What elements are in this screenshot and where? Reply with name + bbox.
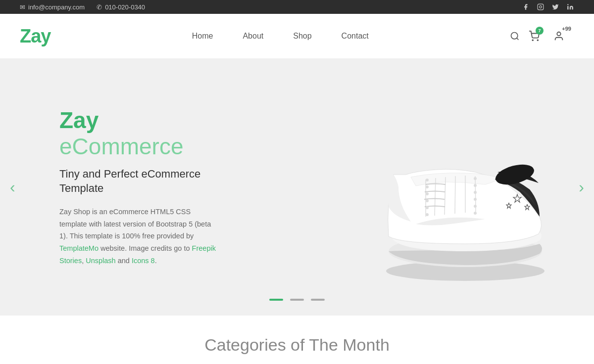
linkedin-icon[interactable]	[566, 3, 574, 11]
nav-link-contact[interactable]: Contact	[342, 32, 369, 40]
svg-point-23	[474, 177, 477, 180]
nav-icons: 7 +99	[510, 31, 574, 42]
nav-links: Home About Shop Contact	[192, 32, 369, 41]
categories-title: Categories of The Month	[20, 335, 574, 355]
hero-desc: Zay Shop is an eCommerce HTML5 CSS templ…	[59, 206, 218, 267]
svg-point-6	[537, 40, 538, 41]
svg-point-5	[532, 40, 533, 41]
svg-point-20	[426, 199, 429, 202]
categories-section: Categories of The Month	[0, 316, 594, 360]
hero-content: Zay eCommerce Tiny and Perfect eCommerce…	[0, 78, 277, 296]
email-info: ✉ info@company.com	[20, 3, 85, 11]
hero-desc-text2: website. Image credits go to	[99, 244, 192, 252]
hero-title: Zay eCommerce	[59, 107, 218, 160]
hero-title-brand: Zay	[59, 107, 99, 133]
social-links	[522, 3, 574, 11]
nav-link-about[interactable]: About	[243, 32, 263, 40]
icons8-link[interactable]: Icons 8	[132, 257, 155, 265]
slider-dots	[269, 299, 325, 301]
email-text: info@company.com	[28, 3, 85, 11]
phone-info: ✆ 010-020-0340	[97, 3, 145, 11]
templatemo-link[interactable]: TemplateMo	[59, 244, 99, 252]
top-bar: ✉ info@company.com ✆ 010-020-0340	[0, 0, 594, 14]
phone-icon: ✆	[97, 3, 102, 11]
facebook-icon[interactable]	[522, 3, 530, 11]
hero-desc-end: .	[155, 257, 157, 265]
nav-item-home[interactable]: Home	[192, 32, 213, 41]
cart-button[interactable]: 7	[529, 31, 540, 42]
svg-point-7	[557, 32, 560, 36]
left-arrow-icon: ‹	[10, 178, 15, 196]
hero-desc-text1: Zay Shop is an eCommerce HTML5 CSS templ…	[59, 208, 211, 240]
svg-point-22	[426, 213, 429, 216]
svg-point-3	[511, 33, 518, 39]
svg-point-21	[426, 206, 429, 209]
svg-line-13	[455, 176, 455, 214]
shoe-illustration	[302, 83, 559, 291]
slider-prev-button[interactable]: ‹	[10, 178, 15, 196]
slider-dot-2[interactable]	[290, 299, 304, 301]
svg-point-26	[474, 198, 477, 201]
instagram-icon[interactable]	[537, 3, 544, 11]
search-button[interactable]	[510, 31, 520, 41]
svg-point-27	[474, 205, 477, 208]
navbar: Zay Home About Shop Contact 7 +99	[0, 14, 594, 58]
brand-logo[interactable]: Zay	[20, 26, 50, 47]
nav-link-home[interactable]: Home	[192, 32, 213, 40]
phone-text: 010-020-0340	[105, 3, 145, 11]
slider-dot-1[interactable]	[269, 299, 283, 301]
nav-item-contact[interactable]: Contact	[342, 32, 369, 41]
hero-image	[267, 58, 594, 316]
hero-desc-and: and	[116, 257, 132, 265]
svg-point-28	[474, 212, 477, 215]
email-icon: ✉	[20, 3, 25, 11]
nav-item-shop[interactable]: Shop	[293, 32, 311, 41]
nav-link-shop[interactable]: Shop	[293, 32, 311, 40]
hero-section: Zay eCommerce Tiny and Perfect eCommerce…	[0, 58, 594, 316]
user-badge: +99	[562, 26, 571, 32]
twitter-icon[interactable]	[551, 3, 559, 11]
nav-item-about[interactable]: About	[243, 32, 263, 41]
svg-rect-0	[538, 4, 544, 10]
cart-badge: 7	[536, 27, 544, 35]
right-arrow-icon: ›	[579, 178, 584, 196]
svg-point-24	[474, 184, 477, 187]
hero-subtitle: Tiny and Perfect eCommerce Template	[59, 167, 218, 196]
svg-point-18	[426, 185, 429, 188]
hero-title-ecom: eCommerce	[59, 134, 184, 159]
top-bar-contact: ✉ info@company.com ✆ 010-020-0340	[20, 3, 145, 11]
svg-point-25	[474, 191, 477, 194]
svg-line-4	[517, 38, 519, 40]
hero-desc-comma: ,	[82, 257, 86, 265]
slider-dot-3[interactable]	[311, 299, 325, 301]
slider-next-button[interactable]: ›	[579, 178, 584, 196]
unsplash-link[interactable]: Unsplash	[86, 257, 115, 265]
user-button[interactable]: +99	[553, 31, 564, 42]
svg-point-2	[567, 4, 568, 5]
svg-point-17	[426, 179, 429, 182]
svg-point-19	[426, 192, 429, 195]
